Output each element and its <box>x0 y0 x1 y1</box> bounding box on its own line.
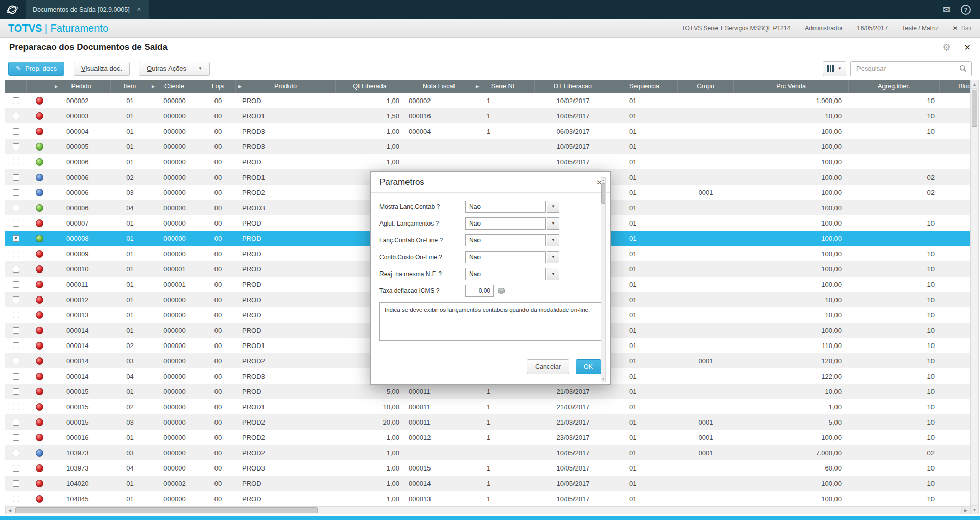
field-select-dropdown-button[interactable]: ▼ <box>547 251 559 263</box>
scroll-up-icon[interactable]: ▲ <box>971 80 978 89</box>
vertical-scroll-thumb[interactable] <box>972 90 977 127</box>
scroll-down-icon[interactable]: ▼ <box>602 377 605 382</box>
cell-select[interactable] <box>5 143 27 150</box>
column-header-qt[interactable]: Qt Liberada <box>336 80 404 93</box>
row-checkbox[interactable] <box>13 404 19 410</box>
field-select[interactable]: Nao <box>465 217 546 230</box>
search-icon[interactable] <box>959 65 967 72</box>
cell-select[interactable] <box>5 434 27 441</box>
row-checkbox[interactable] <box>13 128 19 135</box>
cell-select[interactable] <box>5 266 27 273</box>
column-header-select[interactable] <box>5 80 27 93</box>
column-header-produto[interactable]: ▶Produto <box>236 80 336 93</box>
field-select-dropdown-button[interactable]: ▼ <box>547 201 559 213</box>
cell-select[interactable] <box>5 159 27 165</box>
field-select[interactable]: Nao <box>465 251 546 263</box>
cell-select[interactable] <box>5 281 27 288</box>
column-header-seq[interactable]: Sequencia <box>611 80 678 93</box>
cell-select[interactable] <box>5 373 27 380</box>
row-checkbox[interactable] <box>13 480 19 487</box>
column-header-dt[interactable]: DT Liberacao <box>535 80 611 93</box>
row-checkbox[interactable] <box>13 159 19 165</box>
column-header-item[interactable]: Item <box>111 80 149 93</box>
row-checkbox[interactable] <box>13 143 19 150</box>
row-checkbox[interactable] <box>13 342 19 349</box>
cell-select[interactable] <box>5 358 27 364</box>
table-row[interactable]: 0000060100000000PROD1,0010/05/201701100,… <box>5 154 970 169</box>
cell-select[interactable] <box>5 128 27 135</box>
table-row[interactable]: 0000160100000000PROD21,00000012123/03/20… <box>5 430 970 445</box>
table-row[interactable]: 0000040100000000PROD31,00000004106/03/20… <box>5 123 970 139</box>
cell-select[interactable] <box>5 450 27 456</box>
cell-select[interactable] <box>5 220 27 227</box>
cell-select[interactable] <box>5 404 27 410</box>
column-header-agreg[interactable]: Agreg.liber. <box>849 80 940 93</box>
cell-select[interactable]: ✕ <box>5 235 27 242</box>
row-checkbox[interactable]: ✕ <box>13 235 19 242</box>
row-checkbox[interactable] <box>13 327 19 334</box>
scroll-up-icon[interactable]: ▲ <box>602 178 605 183</box>
cell-select[interactable] <box>5 312 27 318</box>
row-checkbox[interactable] <box>13 296 19 303</box>
column-config-button[interactable]: ▼ <box>823 61 846 76</box>
mail-icon[interactable]: ✉ <box>943 5 950 14</box>
outras-acoes-button[interactable]: Outras Ações ▼ <box>139 62 210 76</box>
column-header-prc[interactable]: Prc Venda <box>734 80 849 93</box>
cell-select[interactable] <box>5 189 27 196</box>
row-checkbox[interactable] <box>13 465 19 472</box>
column-header-serie[interactable]: ▶Serie NF <box>473 80 535 93</box>
help-icon[interactable]: ? <box>961 5 971 15</box>
row-checkbox[interactable] <box>13 358 19 364</box>
dialog-scrollbar[interactable]: ▲ ▼ <box>601 177 606 382</box>
column-header-pedido[interactable]: ▶Pedido <box>52 80 111 93</box>
row-checkbox[interactable] <box>13 388 19 395</box>
table-row[interactable]: 1039730300000000PROD21,0010/05/201701000… <box>5 445 970 460</box>
cell-select[interactable] <box>5 480 27 487</box>
column-header-loja[interactable]: Loja <box>200 80 236 93</box>
field-input[interactable] <box>465 285 494 297</box>
cell-select[interactable] <box>5 205 27 211</box>
row-checkbox[interactable] <box>13 189 19 196</box>
exit-button[interactable]: ✕ Sair <box>953 24 972 32</box>
table-row[interactable]: 0000150200000000PROD110,00000011121/03/2… <box>5 399 970 414</box>
field-select[interactable]: Nao <box>465 234 546 246</box>
field-select-dropdown-button[interactable]: ▼ <box>547 234 559 246</box>
cell-select[interactable] <box>5 419 27 426</box>
ok-button[interactable]: OK <box>576 359 601 374</box>
field-select[interactable]: Nao <box>465 201 546 213</box>
cell-select[interactable] <box>5 388 27 395</box>
prep-docs-button[interactable]: ✎ Prep. docs <box>8 62 64 76</box>
cancel-button[interactable]: Cancelar <box>527 359 569 374</box>
horizontal-scrollbar[interactable]: ◀ ▶ <box>5 506 970 514</box>
column-header-grupo[interactable]: Grupo <box>678 80 734 93</box>
tab-documentos-de-saida[interactable]: Documentos de Saída [02.9.0005] ✕ <box>26 0 149 19</box>
table-row[interactable]: 0000150100000000PROD5,00000011121/03/201… <box>5 384 970 399</box>
row-checkbox[interactable] <box>13 312 19 318</box>
scroll-down-icon[interactable]: ▼ <box>971 505 978 514</box>
row-checkbox[interactable] <box>13 419 19 426</box>
field-select-dropdown-button[interactable]: ▼ <box>547 268 559 280</box>
cell-select[interactable] <box>5 296 27 303</box>
chevron-down-icon[interactable]: ▼ <box>193 62 202 75</box>
cell-select[interactable] <box>5 496 27 502</box>
visualiza-doc-button[interactable]: Visualiza doc. <box>74 62 130 76</box>
row-checkbox[interactable] <box>13 251 19 257</box>
column-header-bloq[interactable]: Bloq Est <box>940 80 970 93</box>
cell-select[interactable] <box>5 174 27 181</box>
vertical-scrollbar[interactable]: ▲ ▼ <box>970 80 979 514</box>
row-checkbox[interactable] <box>13 97 19 104</box>
column-header-status[interactable] <box>27 80 52 93</box>
cell-select[interactable] <box>5 342 27 349</box>
field-select[interactable]: Nao <box>465 268 546 280</box>
row-checkbox[interactable] <box>13 205 19 211</box>
scroll-right-icon[interactable]: ▶ <box>961 507 970 514</box>
row-checkbox[interactable] <box>13 174 19 181</box>
cell-select[interactable] <box>5 97 27 104</box>
table-row[interactable]: 1040450100000000PROD1,00000013110/05/201… <box>5 491 970 506</box>
row-checkbox[interactable] <box>13 281 19 288</box>
table-row[interactable]: 0000150300000000PROD220,00000011121/03/2… <box>5 414 970 430</box>
row-checkbox[interactable] <box>13 373 19 380</box>
table-row[interactable]: 1040200100000200PROD1,00000014110/05/201… <box>5 476 970 491</box>
table-row[interactable]: 0000050100000000PROD31,0010/05/201701100… <box>5 139 970 154</box>
gear-icon[interactable]: ⚙ <box>942 42 950 53</box>
